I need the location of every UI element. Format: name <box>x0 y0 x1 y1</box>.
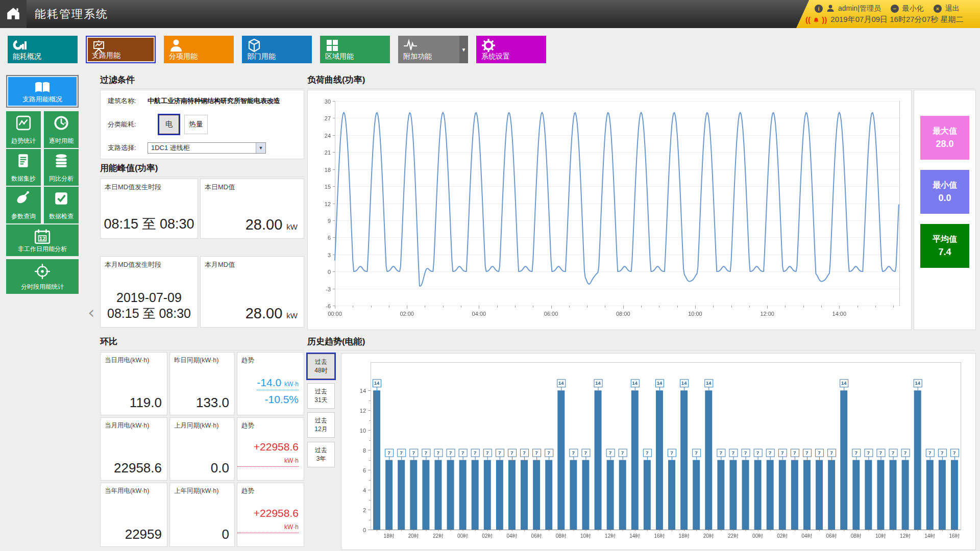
tab-extra[interactable]: 附加功能▼ <box>398 36 468 63</box>
huanbi-card-value: 119.0 <box>130 395 162 411</box>
energy-row: 分类能耗: 电 热量 <box>108 115 213 134</box>
document-icon <box>16 153 31 170</box>
datetime-text: 2019年07月09日 16时27分07秒 星期二 <box>830 15 963 24</box>
info-icon[interactable]: i <box>815 5 823 13</box>
huanbi-card: 当月用电(kW·h)22958.6 <box>100 417 167 481</box>
branch-row: 支路选择: 1DC1 进线柜 ▼ <box>108 142 266 154</box>
peak-card-label: 本日MD值发生时段 <box>105 183 161 192</box>
stat-box-label: 最小值 <box>920 180 969 191</box>
svg-text:12: 12 <box>39 236 46 241</box>
peak-card-label: 本日MD值 <box>205 183 235 192</box>
sidebar-item-nonwork-analysis[interactable]: 12非工作日用能分析 <box>6 224 79 256</box>
home-button[interactable] <box>0 0 27 28</box>
huanbi-card-label: 当年用电(kW·h) <box>105 487 150 495</box>
trend-number: +22958.6 <box>254 507 299 519</box>
history-chart-panel <box>341 353 976 550</box>
stat-box-value: 0.0 <box>920 193 969 204</box>
sidebar-item-data-check[interactable]: 数据检查 <box>44 187 79 223</box>
sidebar-item-yoy-analysis[interactable]: 同比分析 <box>44 149 79 186</box>
user-badge: i admin|管理员 − 最小化 × 退出 (( )) 2019年07月09日… <box>796 0 980 28</box>
range-button-48时[interactable]: 过去48时 <box>307 354 335 379</box>
peak-card: 本月MD值发生时段2019-07-0908:15 至 08:30 <box>100 256 198 328</box>
load-chart-panel <box>307 90 912 330</box>
huanbi-card-value: 133.0 <box>196 395 229 411</box>
energy-option-electric[interactable]: 电 <box>159 115 179 134</box>
range-button-31天[interactable]: 过去31天 <box>307 383 335 409</box>
huanbi-card-value: 0 <box>222 527 229 542</box>
huanbi-card-label: 昨日同期(kW·h) <box>174 356 219 365</box>
trend-value: +22958.6 kW·h <box>237 441 299 467</box>
sidebar-item-label: 趋势统计 <box>6 137 41 145</box>
sidebar-item-label: 逐时用能 <box>44 137 79 145</box>
peak-card-value: 28.00 kW <box>246 305 298 322</box>
user-row: i admin|管理员 − 最小化 × 退出 <box>801 4 980 14</box>
tab-label: 系统设置 <box>481 52 510 61</box>
tab-label: 部门用能 <box>247 52 276 61</box>
peak-card: 本日MD值28.00 kW <box>200 179 304 239</box>
history-bars-canvas <box>347 359 969 544</box>
filter-section-title: 过滤条件 <box>100 74 304 89</box>
logout-label[interactable]: 退出 <box>945 4 960 13</box>
calendar-icon: 12 <box>34 229 51 247</box>
sidebar-item-hourly-energy[interactable]: 逐时用能 <box>44 111 79 148</box>
user-icon <box>826 4 835 14</box>
peak-card: 本月MD值28.00 kW <box>200 256 304 328</box>
huanbi-card-value: 22959 <box>125 527 162 542</box>
datetime-row: (( )) 2019年07月09日 16时27分07秒 星期二 <box>801 15 980 24</box>
huanbi-card-value: 22958.6 <box>114 460 162 476</box>
user-name: admin|管理员 <box>838 4 881 13</box>
trend-value: +22958.6 kW·h <box>237 507 299 533</box>
tab-branch[interactable]: 支路用能 <box>86 36 156 63</box>
sidebar-item-period-stats[interactable]: 分时段用能统计 <box>6 259 79 294</box>
sidebar-item-data-collection[interactable]: 数据集抄 <box>6 149 41 186</box>
tab-area[interactable]: 区域用能 <box>320 36 390 63</box>
tab-department[interactable]: 部门用能 <box>242 36 312 63</box>
huanbi-card: 昨日同期(kW·h)133.0 <box>169 352 235 415</box>
page-title: 能耗管理系统 <box>35 0 108 28</box>
tab-label: 分项用能 <box>169 52 198 61</box>
huanbi-card: 当日用电(kW·h)119.0 <box>100 352 167 415</box>
peak-card-value: 08:15 至 08:30 <box>101 215 198 233</box>
tab-settings[interactable]: 系统设置 <box>476 36 546 63</box>
sidebar-item-branch-overview[interactable]: 支路用能概况 <box>6 75 79 108</box>
tab-label: 附加功能 <box>403 52 432 61</box>
sidebar-item-trend-stats[interactable]: 趋势统计 <box>6 111 41 148</box>
tab-label: 能耗概况 <box>13 52 41 61</box>
tab-dropdown-arrow-icon[interactable]: ▼ <box>459 36 468 63</box>
minimize-label[interactable]: 最小化 <box>902 4 924 13</box>
stat-box-value: 28.0 <box>920 139 969 149</box>
stat-box-avg: 平均值7.4 <box>920 224 969 268</box>
load-stats-panel: 最大值28.0最小值0.0平均值7.4 <box>914 90 976 330</box>
sidebar-item-param-query[interactable]: 参数查询 <box>6 187 41 223</box>
stat-box-value: 7.4 <box>920 247 969 258</box>
close-icon[interactable]: × <box>934 5 942 13</box>
range-button-12月[interactable]: 过去12月 <box>307 412 335 438</box>
energy-option-heat[interactable]: 热量 <box>184 115 208 134</box>
clock-icon <box>54 115 69 133</box>
range-button-3年[interactable]: 过去3年 <box>307 442 335 467</box>
trend-number: +22958.6 <box>254 441 299 453</box>
load-section-title: 负荷曲线(功率) <box>307 74 975 89</box>
load-curve-canvas <box>313 96 905 324</box>
sidebar-item-label: 参数查询 <box>6 212 41 221</box>
chevron-down-icon[interactable]: ▼ <box>270 98 275 104</box>
stat-box-min: 最小值0.0 <box>920 170 969 214</box>
sidebar-collapse-arrow[interactable]: ‹ <box>88 302 95 322</box>
peak-card: 本日MD值发生时段08:15 至 08:30 <box>100 179 198 239</box>
sidebar-item-label: 非工作日用能分析 <box>6 245 79 254</box>
tab-subitem[interactable]: 分项用能 <box>164 36 234 63</box>
sidebar-item-label: 数据集抄 <box>6 174 41 183</box>
building-value[interactable]: 中航工业济南特种钢结构研究所智能电表改造 <box>148 96 280 106</box>
huanbi-section-title: 环比 <box>100 336 304 350</box>
tab-label: 区域用能 <box>325 52 354 61</box>
top-bar: 能耗管理系统 i admin|管理员 − 最小化 × 退出 (( )) 2019… <box>0 0 980 28</box>
tab-overview[interactable]: 能耗概况 <box>8 36 78 63</box>
huanbi-card: 上年同期(kW·h)0 <box>169 483 235 547</box>
minimize-icon[interactable]: − <box>891 5 899 13</box>
sidebar-item-label: 支路用能概况 <box>7 95 78 104</box>
alarm-icon[interactable]: (( )) <box>805 15 827 24</box>
trend-unit: kW·h <box>284 457 299 464</box>
select-arrow-icon[interactable]: ▼ <box>256 143 265 153</box>
huanbi-card-label: 上月同期(kW·h) <box>174 421 219 430</box>
branch-select[interactable]: 1DC1 进线柜 ▼ <box>148 142 266 154</box>
